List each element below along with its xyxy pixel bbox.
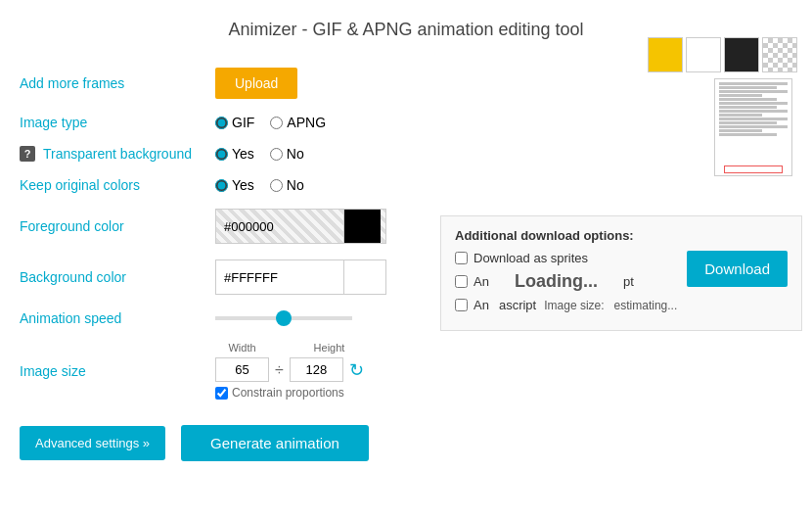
image-size-value: estimating... [614,299,678,312]
sprites-label: Download as sprites [474,251,588,265]
option2-suffix: pt [623,274,634,289]
transparent-no-label: No [287,146,304,162]
upload-button[interactable]: Upload [215,68,297,99]
transparent-no-option[interactable]: No [270,146,304,162]
preview-line [719,110,788,113]
preview-lines [717,81,789,163]
main-container: Animizer - GIF & APNG animation editing … [0,0,812,519]
animation-speed-label: Animation speed [20,310,215,326]
image-type-gif-label: GIF [232,115,254,130]
background-color-input[interactable] [216,264,343,291]
preview-line [719,94,762,97]
image-type-control: GIF APNG [215,115,326,130]
download-option-3: An ascript Image size: estimating... [455,298,677,312]
preview-bottom-bar [724,165,782,173]
constrain-checkbox[interactable] [215,387,228,400]
transparent-bg-row: ? Transparent background Yes No [20,138,792,169]
download-panel: Additional download options: Download as… [440,215,802,331]
keep-colors-yes-label: Yes [232,177,254,193]
add-frames-label: Add more frames [20,75,215,91]
preview-thumbnail [714,78,792,176]
download-panel-row: Download as sprites An Loading... pt An … [455,251,788,318]
width-label: Width [215,342,269,354]
image-type-row: Image type GIF APNG [20,107,792,138]
size-label-row: Width Height [215,342,364,354]
image-size-info: Image size: estimating... [544,299,677,312]
image-type-label: Image type [20,115,215,130]
transparent-yes-radio[interactable] [215,148,228,161]
image-type-gif-option[interactable]: GIF [215,115,254,130]
preview-line [719,114,762,117]
constrain-row: Constrain proportions [215,386,364,400]
constrain-label: Constrain proportions [232,386,344,400]
keep-colors-no-label: No [287,177,304,193]
animation-speed-slider[interactable] [215,316,352,320]
width-input[interactable] [215,357,269,382]
option2-checkbox[interactable] [455,275,468,288]
keep-colors-control: Yes No [215,177,304,193]
preview-line [719,102,788,105]
image-size-label: Image size: [544,299,604,312]
advanced-settings-button[interactable]: Advanced settings » [20,426,165,460]
foreground-color-control [215,209,386,244]
transparent-no-radio[interactable] [270,148,283,161]
background-input-container [215,260,386,295]
keep-colors-no-option[interactable]: No [270,177,304,193]
preview-line [719,90,788,93]
sprites-checkbox[interactable] [455,252,468,264]
preview-line [719,129,762,132]
preview-line [719,121,777,124]
swatch-white[interactable] [686,37,721,72]
loading-text: Loading... [515,271,598,292]
preview-line [719,106,777,109]
option3-suffix: ascript [499,298,536,312]
option2-prefix: An [474,274,489,289]
download-option-2: An Loading... pt [455,271,677,292]
keep-colors-yes-option[interactable]: Yes [215,177,254,193]
add-frames-control: Upload [215,68,297,99]
preview-line [719,125,788,128]
background-color-label: Background color [20,269,215,285]
foreground-color-label: Foreground color [20,218,215,234]
keep-colors-yes-radio[interactable] [215,179,228,192]
background-color-control [215,260,386,295]
download-option-sprites: Download as sprites [455,251,677,265]
image-size-row: Image size Width Height ÷ ↻ [20,334,792,407]
swatch-checker[interactable] [762,37,797,72]
help-icon[interactable]: ? [20,146,35,162]
preview-line [719,82,788,85]
foreground-color-preview[interactable] [343,210,381,243]
preview-line [719,133,777,136]
height-label: Height [302,342,356,354]
transparent-yes-option[interactable]: Yes [215,146,254,162]
transparent-yes-label: Yes [232,146,254,162]
size-divider: ÷ [275,361,284,379]
height-input[interactable] [290,357,343,382]
background-color-preview[interactable] [343,260,381,294]
keep-colors-row: Keep original colors Yes No [20,169,792,201]
option3-checkbox[interactable] [455,299,468,311]
swatch-yellow[interactable] [648,37,683,72]
download-button[interactable]: Download [687,251,788,287]
color-swatches [648,37,797,72]
transparent-bg-label: ? Transparent background [20,146,215,162]
generate-animation-button[interactable]: Generate animation [181,425,369,461]
image-size-label: Image size [20,363,215,379]
keep-colors-no-radio[interactable] [270,179,283,192]
image-type-apng-radio[interactable] [270,117,283,129]
size-inputs: ÷ ↻ [215,357,364,382]
preview-line [719,86,777,89]
foreground-input-container [215,209,386,244]
image-type-apng-option[interactable]: APNG [270,115,326,130]
image-type-gif-radio[interactable] [215,117,228,129]
image-type-apng-label: APNG [287,115,326,130]
transparent-bg-control: Yes No [215,146,304,162]
foreground-color-input[interactable] [216,213,343,240]
swatch-black[interactable] [724,37,759,72]
download-options: Download as sprites An Loading... pt An … [455,251,677,318]
preview-line [719,98,777,101]
bottom-buttons: Advanced settings » Generate animation [20,425,792,461]
animation-speed-control [215,316,352,320]
refresh-icon[interactable]: ↻ [349,359,364,381]
download-panel-title: Additional download options: [455,228,788,243]
